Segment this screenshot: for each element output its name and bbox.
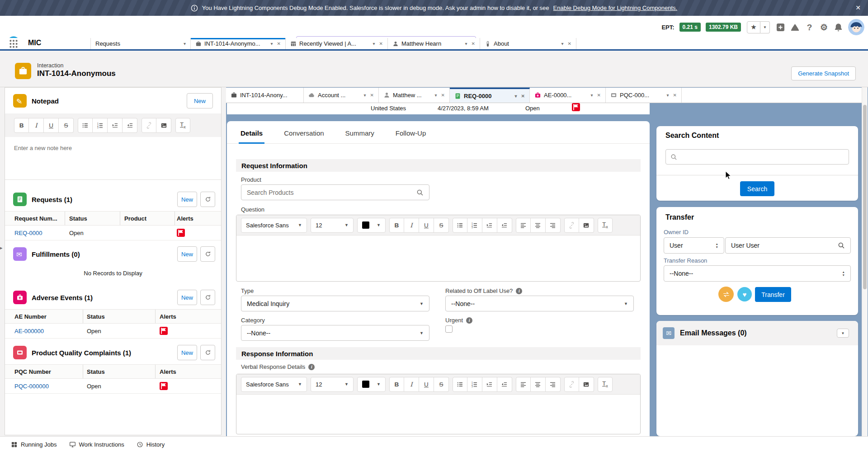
close-icon[interactable]: ✕	[568, 41, 571, 46]
refresh-button[interactable]	[200, 290, 215, 305]
help-icon[interactable]: ?	[805, 23, 814, 32]
trailhead-icon[interactable]	[790, 23, 800, 32]
verbal-response-textarea[interactable]	[236, 395, 640, 434]
subtab-req-0000[interactable]: REQ-0000▾✕	[450, 88, 530, 103]
chevron-down-icon[interactable]: ▾	[515, 94, 517, 99]
chevron-down-icon[interactable]: ▾	[271, 41, 273, 46]
user-avatar[interactable]	[848, 19, 864, 35]
nav-tab-int-1014-anonymo[interactable]: INT-1014-Anonymo...▾✕	[191, 38, 286, 49]
refresh-button[interactable]	[200, 192, 215, 207]
app-name[interactable]: MIC	[28, 39, 41, 47]
align-right-button[interactable]	[546, 377, 561, 392]
outdent-button[interactable]	[497, 218, 512, 233]
link-button[interactable]	[564, 218, 579, 233]
tab-details[interactable]: Details	[241, 123, 263, 143]
close-icon[interactable]: ✕	[370, 93, 374, 98]
vertical-scrollbar[interactable]	[862, 87, 868, 436]
subtab-int-1014-anony[interactable]: INT-1014-Anony...	[226, 88, 304, 103]
font-size-select[interactable]: 12▼	[311, 377, 354, 392]
outdent-button[interactable]	[497, 377, 512, 392]
chevron-down-icon[interactable]: ▾	[364, 93, 366, 98]
close-icon[interactable]: ✕	[673, 93, 677, 98]
close-icon[interactable]: ✕	[379, 41, 383, 46]
notepad-input[interactable]: Enter a new note here	[5, 137, 221, 180]
close-icon[interactable]: ✕	[597, 93, 601, 98]
question-textarea[interactable]	[236, 235, 640, 282]
record-link[interactable]: REQ-0000	[14, 226, 42, 240]
underline-button[interactable]: U	[44, 118, 59, 133]
refresh-button[interactable]	[200, 246, 215, 262]
new-button[interactable]: New	[177, 246, 197, 262]
strike-button[interactable]: S	[434, 377, 449, 392]
search-content-input[interactable]	[665, 149, 849, 165]
related-off-label-select[interactable]: --None-- ▼	[445, 296, 634, 311]
bullet-list-button[interactable]	[453, 218, 467, 233]
bullet-list-button[interactable]	[78, 118, 93, 133]
align-center-button[interactable]	[531, 218, 546, 233]
close-icon[interactable]: ✕	[472, 41, 475, 46]
chevron-down-icon[interactable]: ▾	[591, 93, 593, 98]
numbered-list-button[interactable]: 123	[93, 118, 108, 133]
generate-snapshot-button[interactable]: Generate Snapshot	[791, 66, 856, 80]
align-center-button[interactable]	[531, 377, 546, 392]
numbered-list-button[interactable]: 123	[467, 377, 482, 392]
align-left-button[interactable]	[516, 377, 531, 392]
bold-button[interactable]: B	[389, 218, 404, 233]
close-icon[interactable]: ✕	[855, 4, 861, 11]
indent-button[interactable]	[482, 377, 497, 392]
info-icon[interactable]: i	[516, 288, 522, 294]
new-button[interactable]: New	[177, 345, 197, 360]
transfer-reason-select[interactable]: --None-- ▲▼	[664, 265, 851, 282]
owner-lookup-field[interactable]: User User	[725, 237, 851, 254]
bold-button[interactable]: B	[14, 118, 29, 133]
owner-type-select[interactable]: User ▲▼	[664, 237, 724, 254]
info-icon[interactable]: i	[308, 364, 315, 370]
tab-summary[interactable]: Summary	[345, 123, 374, 143]
clear-format-button[interactable]: Tx	[598, 218, 613, 233]
transfer-button[interactable]: Transfer	[755, 287, 791, 302]
urgent-checkbox[interactable]	[445, 325, 453, 333]
chevron-down-icon[interactable]: ▾	[561, 41, 564, 46]
utility-item-history[interactable]: History	[137, 441, 165, 448]
new-button[interactable]: New	[177, 290, 197, 305]
image-button[interactable]	[579, 377, 594, 392]
type-select[interactable]: Medical Inquiry ▼	[241, 296, 429, 311]
favorites-chevron-down-icon[interactable]: ▼	[760, 21, 770, 33]
chevron-down-icon[interactable]: ▾	[373, 41, 375, 46]
subtab-matthew[interactable]: Matthew ...▾✕	[379, 88, 450, 103]
utility-item-work-instructions[interactable]: Work Instructions	[69, 441, 124, 448]
sidebar-expand-arrow-icon[interactable]: ▸	[0, 242, 5, 253]
close-icon[interactable]: ✕	[277, 41, 281, 46]
underline-button[interactable]: U	[419, 377, 434, 392]
refresh-button[interactable]	[200, 345, 215, 360]
record-link[interactable]: PQC-000000	[14, 379, 49, 394]
change-owner-button[interactable]	[718, 287, 734, 302]
product-input[interactable]	[247, 189, 416, 196]
chevron-down-icon[interactable]: ▾	[667, 93, 669, 98]
subtab-ae-0000[interactable]: AE-0000...▾✕	[530, 88, 606, 103]
link-button[interactable]	[564, 377, 579, 392]
bold-button[interactable]: B	[389, 377, 404, 392]
strike-button[interactable]: S	[59, 118, 74, 133]
close-icon[interactable]: ✕	[441, 93, 445, 98]
clear-format-button[interactable]: Tx	[598, 377, 613, 392]
italic-button[interactable]: I	[404, 377, 419, 392]
italic-button[interactable]: I	[404, 218, 419, 233]
underline-button[interactable]: U	[419, 218, 434, 233]
favorites-star-icon[interactable]: ★	[747, 21, 760, 33]
font-size-select[interactable]: 12▼	[311, 218, 354, 233]
text-color-button[interactable]: ▼	[357, 218, 386, 233]
scrollbar-thumb[interactable]	[863, 105, 867, 289]
subtab-pqc-000[interactable]: PQC-000...▾✕	[606, 88, 682, 103]
align-left-button[interactable]	[516, 218, 531, 233]
nav-tab-matthew-hearn[interactable]: Matthew Hearn▾✕	[388, 38, 480, 49]
text-color-button[interactable]: ▼	[357, 377, 386, 392]
chevron-down-icon[interactable]: ▾	[435, 93, 437, 98]
outdent-button[interactable]	[123, 118, 137, 133]
nav-tab-requests[interactable]: Requests▾	[90, 38, 191, 49]
align-right-button[interactable]	[546, 218, 561, 233]
follow-heart-button[interactable]: ♥	[737, 287, 752, 301]
link-button[interactable]	[142, 118, 156, 133]
collapse-chevron-button[interactable]: ▼	[837, 329, 849, 338]
tab-follow-up[interactable]: Follow-Up	[396, 123, 426, 143]
